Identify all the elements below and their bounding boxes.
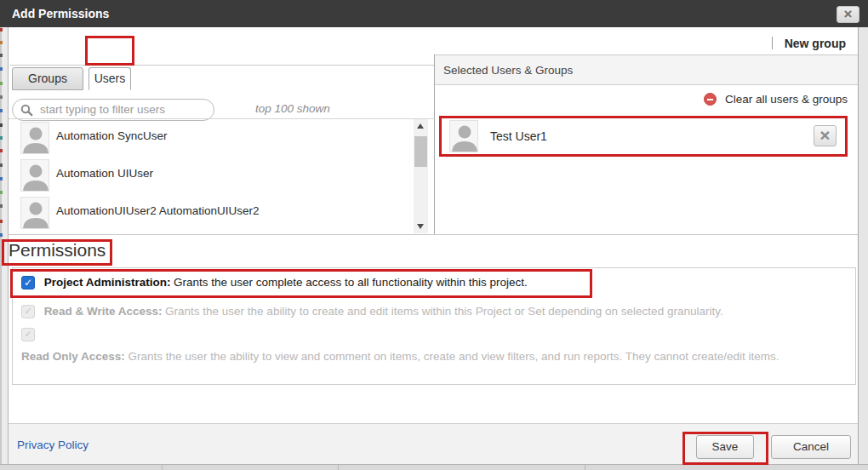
selected-users-panel: Selected Users & Groups Clear all users … bbox=[434, 54, 858, 234]
selected-user-row: Test User1 × bbox=[443, 119, 845, 155]
new-group-button[interactable]: New group bbox=[785, 37, 846, 50]
clear-all-label: Clear all users & groups bbox=[725, 93, 848, 106]
permission-label: Read & Write Access: bbox=[44, 305, 163, 318]
user-name: Automation UIUser bbox=[56, 167, 153, 180]
tab-users[interactable]: Users bbox=[89, 67, 131, 90]
selected-panel-header: Selected Users & Groups bbox=[435, 54, 858, 85]
close-icon[interactable]: × bbox=[837, 6, 859, 23]
checkbox-checked-icon[interactable]: ✓ bbox=[21, 276, 35, 289]
dialog-title: Add Permissions bbox=[12, 0, 109, 27]
permission-label: Read Only Access: bbox=[21, 350, 125, 363]
add-permissions-dialog: Add Permissions × New group Groups Users bbox=[0, 0, 868, 470]
permission-description: Grants the user the ability to view and … bbox=[128, 350, 779, 363]
background-page-bottom-strip bbox=[0, 464, 868, 470]
background-page-right-sliver bbox=[858, 27, 868, 470]
new-group-row: New group bbox=[772, 36, 846, 54]
user-avatar-icon bbox=[20, 122, 49, 154]
available-users-panel: Groups Users start typing to filter user… bbox=[9, 58, 434, 234]
dialog-footer: Privacy Policy Save Cancel bbox=[9, 423, 858, 464]
scrollbar-thumb[interactable] bbox=[414, 136, 427, 167]
tabs-baseline bbox=[10, 65, 434, 66]
permissions-fieldset: ✓ Project Administration: Grants the use… bbox=[12, 267, 856, 385]
scroll-up-icon[interactable] bbox=[414, 119, 428, 133]
remove-user-icon[interactable]: × bbox=[814, 125, 837, 146]
selected-user-name: Test User1 bbox=[490, 129, 547, 143]
permission-project-administration: ✓ Project Administration: Grants the use… bbox=[21, 276, 847, 293]
list-item[interactable]: AutomationUIUser2 AutomationUIUser2 bbox=[9, 194, 414, 232]
user-avatar-icon bbox=[20, 159, 49, 192]
search-icon bbox=[20, 104, 33, 119]
tab-groups[interactable]: Groups bbox=[12, 67, 83, 90]
user-group-picker: Groups Users start typing to filter user… bbox=[9, 58, 858, 235]
filter-users-placeholder: start typing to filter users bbox=[40, 100, 165, 120]
user-avatar-icon bbox=[20, 197, 49, 229]
permission-read-write: ✓ Read & Write Access: Grants the user t… bbox=[21, 305, 847, 322]
permission-description: Grants the user complete access to all f… bbox=[174, 276, 528, 289]
dialog-titlebar: Add Permissions × bbox=[0, 0, 868, 27]
user-avatar-icon bbox=[449, 120, 478, 152]
clear-all-button[interactable]: Clear all users & groups bbox=[704, 92, 848, 109]
list-item[interactable]: Automation UIUser bbox=[9, 157, 414, 194]
scroll-down-icon[interactable] bbox=[414, 220, 428, 233]
selected-panel-title: Selected Users & Groups bbox=[443, 64, 573, 77]
minus-circle-icon bbox=[704, 93, 717, 106]
permission-label: Project Administration: bbox=[44, 276, 171, 289]
save-button[interactable]: Save bbox=[696, 435, 754, 459]
checkbox-disabled-icon: ✓ bbox=[21, 328, 35, 341]
permission-read-only-checkbox: ✓ bbox=[21, 328, 41, 342]
privacy-policy-link[interactable]: Privacy Policy bbox=[17, 438, 89, 451]
permission-description: Grants the user the ability to create an… bbox=[165, 305, 723, 318]
user-name: AutomationUIUser2 AutomationUIUser2 bbox=[56, 204, 260, 217]
background-page-left-sliver bbox=[0, 27, 9, 470]
dialog-body: New group Groups Users start typing to f… bbox=[9, 27, 858, 464]
user-name: Automation SyncUser bbox=[56, 129, 168, 142]
user-list-scrollbar[interactable] bbox=[414, 119, 428, 233]
divider bbox=[772, 37, 773, 49]
list-item[interactable]: Automation SyncUser bbox=[9, 119, 414, 157]
checkbox-disabled-icon: ✓ bbox=[21, 305, 35, 318]
permissions-heading: Permissions bbox=[9, 240, 106, 261]
results-count-note: top 100 shown bbox=[255, 102, 330, 115]
user-list: Automation SyncUser Automation UIUser bbox=[9, 119, 414, 234]
permission-read-only: Read Only Access: Grants the user the ab… bbox=[21, 347, 779, 366]
cancel-button[interactable]: Cancel bbox=[771, 435, 851, 459]
